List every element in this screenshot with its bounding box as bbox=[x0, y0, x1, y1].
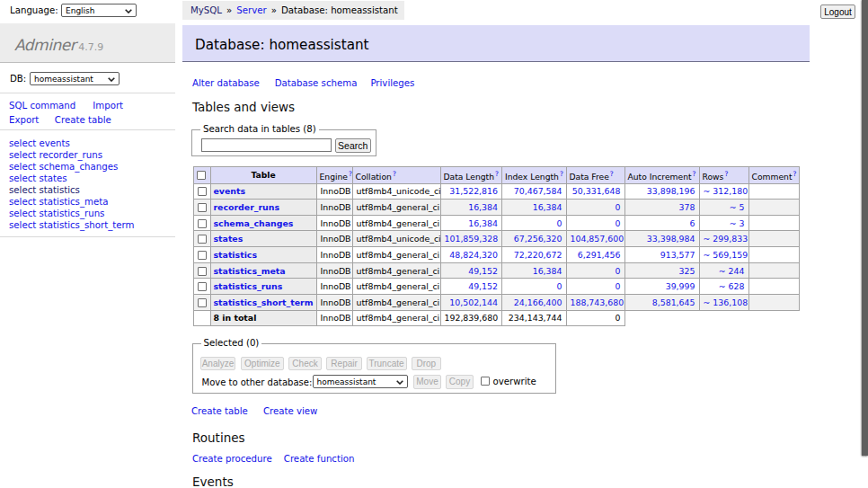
sidebar-select-link[interactable]: select statistics_meta bbox=[9, 196, 175, 208]
row-checkbox[interactable] bbox=[198, 187, 207, 196]
link-create-procedure[interactable]: Create procedure bbox=[192, 454, 272, 464]
cell-auto-increment-link[interactable]: 39,999 bbox=[666, 281, 695, 291]
move-button[interactable]: Move bbox=[413, 375, 441, 389]
cell-rows-link[interactable]: ~ 312,180 bbox=[704, 186, 748, 196]
link-create-function[interactable]: Create function bbox=[284, 454, 355, 464]
help-question-link[interactable]: ? bbox=[495, 170, 499, 178]
cell-auto-increment-link[interactable]: 378 bbox=[679, 202, 695, 212]
help-question-link[interactable]: ? bbox=[393, 170, 396, 178]
help-question-link[interactable]: ? bbox=[610, 170, 614, 178]
help-question-link[interactable]: ? bbox=[793, 170, 797, 178]
help-question-link[interactable]: ? bbox=[724, 170, 728, 178]
cell-auto-increment-link[interactable]: 913,577 bbox=[660, 250, 695, 260]
db-select[interactable]: homeassistant bbox=[30, 72, 120, 85]
cell-data-length-link[interactable]: 31,522,816 bbox=[449, 186, 498, 196]
table-name-link[interactable]: statistics_meta bbox=[214, 266, 286, 276]
cell-rows-link[interactable]: ~ 244 bbox=[719, 266, 745, 276]
table-name-link[interactable]: statistics_short_term bbox=[214, 297, 314, 307]
overwrite-checkbox[interactable] bbox=[481, 377, 490, 386]
cell-data-free-link[interactable]: 0 bbox=[616, 218, 621, 228]
cell-auto-increment-link[interactable]: 33,898,196 bbox=[647, 186, 695, 196]
cell-data-free-link[interactable]: 6,291,456 bbox=[578, 250, 621, 260]
sidebar-select-link[interactable]: select statistics bbox=[9, 184, 175, 196]
row-checkbox[interactable] bbox=[198, 219, 207, 228]
sidebar-link-sql-command[interactable]: SQL command bbox=[9, 101, 75, 111]
link-alter-database[interactable]: Alter database bbox=[192, 78, 260, 88]
sidebar-select-link[interactable]: select statistics_runs bbox=[9, 208, 175, 219]
select-all-checkbox[interactable] bbox=[197, 171, 206, 180]
cell-rows-link[interactable]: ~ 299,833 bbox=[704, 234, 748, 244]
truncate-button[interactable]: Truncate bbox=[367, 357, 407, 371]
cell-index-length-link[interactable]: 72,220,672 bbox=[514, 250, 562, 260]
sidebar-link-export[interactable]: Export bbox=[9, 115, 39, 125]
cell-auto-increment-link[interactable]: 6 bbox=[690, 218, 695, 228]
row-checkbox[interactable] bbox=[198, 235, 207, 244]
cell-data-free-link[interactable]: 188,743,680 bbox=[571, 297, 624, 307]
cell-data-free-link[interactable]: 104,857,600 bbox=[571, 234, 624, 244]
cell-index-length-link[interactable]: 24,166,400 bbox=[514, 297, 562, 307]
cell-data-length-link[interactable]: 10,502,144 bbox=[449, 297, 498, 307]
cell-rows-link[interactable]: ~ 628 bbox=[719, 281, 745, 291]
link-create-table[interactable]: Create table bbox=[191, 406, 248, 416]
cell-rows-link[interactable]: ~ 3 bbox=[730, 218, 745, 228]
cell-data-free-link[interactable]: 0 bbox=[616, 281, 621, 291]
repair-button[interactable]: Repair bbox=[326, 357, 362, 371]
row-checkbox[interactable] bbox=[198, 267, 207, 276]
scrollbar[interactable] bbox=[862, 0, 868, 456]
table-name-link[interactable]: recorder_runs bbox=[214, 202, 280, 212]
row-checkbox[interactable] bbox=[198, 251, 207, 260]
search-input[interactable] bbox=[201, 138, 332, 152]
copy-button[interactable]: Copy bbox=[446, 375, 474, 389]
help-question-link[interactable]: ? bbox=[349, 170, 352, 178]
sidebar-select-link[interactable]: select events bbox=[9, 138, 175, 149]
sidebar-select-link[interactable]: select states bbox=[9, 173, 175, 184]
table-name-link[interactable]: states bbox=[214, 234, 244, 244]
cell-auto-increment-link[interactable]: 33,398,984 bbox=[647, 234, 695, 244]
cell-data-length-link[interactable]: 16,384 bbox=[468, 202, 498, 212]
help-question-link[interactable]: ? bbox=[560, 170, 563, 178]
cell-index-length-link[interactable]: 0 bbox=[557, 281, 562, 291]
table-name-link[interactable]: statistics bbox=[214, 250, 258, 260]
cell-auto-increment-link[interactable]: 325 bbox=[679, 266, 695, 276]
sidebar-select-link[interactable]: select schema_changes bbox=[9, 161, 175, 173]
cell-data-free-link[interactable]: 0 bbox=[616, 202, 621, 212]
row-checkbox[interactable] bbox=[198, 282, 207, 291]
row-checkbox[interactable] bbox=[198, 203, 207, 212]
cell-rows-link[interactable]: ~ 5 bbox=[730, 202, 745, 212]
language-select[interactable]: English bbox=[61, 4, 137, 17]
cell-index-length-link[interactable]: 0 bbox=[557, 218, 562, 228]
search-button[interactable]: Search bbox=[335, 138, 372, 153]
analyze-button[interactable]: Analyze bbox=[200, 357, 236, 371]
cell-data-free-link[interactable]: 0 bbox=[616, 266, 621, 276]
cell-data-length-link[interactable]: 49,152 bbox=[468, 266, 498, 276]
cell-index-length-link[interactable]: 70,467,584 bbox=[514, 186, 562, 196]
link-privileges[interactable]: Privileges bbox=[370, 78, 414, 88]
cell-data-free-link[interactable]: 50,331,648 bbox=[572, 186, 621, 196]
table-name-link[interactable]: schema_changes bbox=[214, 218, 294, 228]
link-create-view[interactable]: Create view bbox=[263, 406, 318, 416]
adminer-logo[interactable]: Adminer bbox=[14, 36, 75, 54]
breadcrumb-server[interactable]: Server bbox=[236, 5, 266, 15]
check-button[interactable]: Check bbox=[288, 357, 322, 371]
logout-button[interactable]: Logout bbox=[820, 4, 855, 19]
cell-index-length-link[interactable]: 67,256,320 bbox=[514, 234, 562, 244]
cell-rows-link[interactable]: ~ 569,159 bbox=[704, 250, 748, 260]
cell-rows-link[interactable]: ~ 136,108 bbox=[704, 297, 748, 307]
cell-index-length-link[interactable]: 16,384 bbox=[533, 266, 562, 276]
breadcrumb-mysql[interactable]: MySQL bbox=[190, 5, 222, 15]
table-name-link[interactable]: events bbox=[214, 186, 246, 196]
sidebar-select-link[interactable]: select statistics_short_term bbox=[9, 219, 175, 231]
move-database-select[interactable]: homeassistant bbox=[313, 375, 408, 388]
link-database-schema[interactable]: Database schema bbox=[275, 78, 358, 88]
sidebar-link-import[interactable]: Import bbox=[93, 101, 123, 111]
help-question-link[interactable]: ? bbox=[693, 170, 696, 178]
optimize-button[interactable]: Optimize bbox=[241, 357, 284, 371]
adminer-version[interactable]: 4.7.9 bbox=[78, 41, 103, 53]
cell-data-length-link[interactable]: 16,384 bbox=[468, 218, 498, 228]
cell-auto-increment-link[interactable]: 8,581,645 bbox=[652, 297, 695, 307]
cell-data-length-link[interactable]: 101,859,328 bbox=[445, 234, 499, 244]
drop-button[interactable]: Drop bbox=[412, 357, 441, 371]
sidebar-link-create-table[interactable]: Create table bbox=[55, 115, 111, 125]
sidebar-select-link[interactable]: select recorder_runs bbox=[9, 149, 175, 161]
row-checkbox[interactable] bbox=[198, 298, 207, 307]
